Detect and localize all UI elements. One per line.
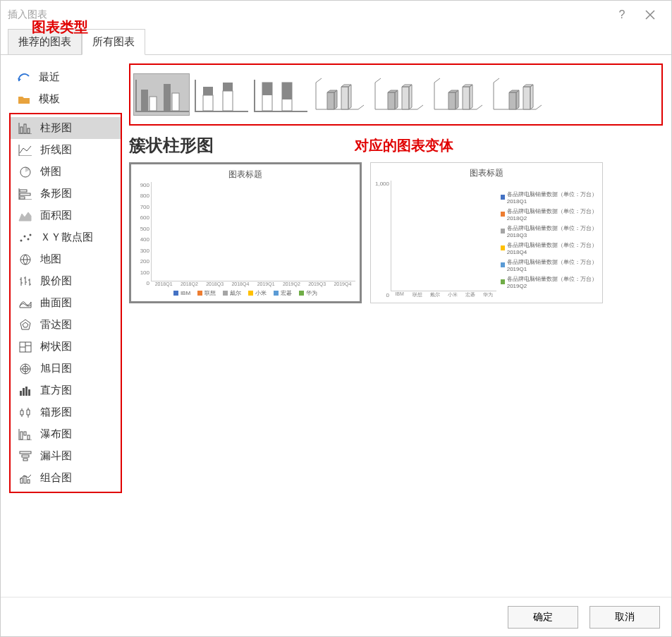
tab-row: 推荐的图表 所有图表 [1,29,671,55]
funnel-chart-icon [18,450,33,463]
sidebar-item-label: 模板 [39,92,60,106]
pie-chart-icon [18,166,33,178]
sidebar-item-label: 直方图 [40,384,72,397]
sidebar-item-label: 箱形图 [40,406,72,419]
waterfall-chart-icon [18,428,33,441]
close-button[interactable] [636,1,664,29]
sidebar-item-line[interactable]: 折线图 [11,139,121,161]
variant-3d-100-stacked-column[interactable] [429,73,486,116]
svg-rect-1 [24,124,26,133]
sidebar-item-stock[interactable]: 股价图 [11,270,121,292]
treemap-chart-icon [18,341,33,353]
svg-rect-16 [23,388,25,396]
chart-subtype-title: 簇状柱形图 [129,134,214,157]
svg-rect-39 [223,83,233,91]
sidebar-item-radar[interactable]: 雷达图 [11,314,121,336]
svg-rect-4 [20,190,27,192]
bars-grid [151,182,355,281]
recent-icon [16,71,32,84]
variant-stacked-column[interactable] [193,73,249,116]
bar-chart-icon [18,188,33,200]
cancel-button[interactable]: 取消 [589,606,660,629]
sidebar-top: 最近 模板 [9,63,122,113]
svg-rect-37 [203,87,213,95]
sidebar-item-label: 最近 [39,71,60,84]
sidebar-item-label: 地图 [40,253,61,266]
sidebar-item-column[interactable]: 柱形图 [11,117,121,139]
titlebar: 插入图表 图表类型 ? [1,1,671,29]
svg-point-10 [30,233,32,236]
sidebar-item-recent[interactable]: 最近 [9,66,122,88]
ok-button[interactable]: 确定 [508,606,578,629]
sidebar-item-bar[interactable]: 条形图 [11,183,121,205]
svg-rect-24 [23,459,28,461]
svg-rect-20 [24,432,26,435]
svg-rect-27 [28,480,30,483]
histogram-chart-icon [18,384,33,397]
sidebar-item-label: 股价图 [40,274,72,288]
sidebar-item-waterfall[interactable]: 瀑布图 [11,423,121,445]
svg-rect-29 [135,80,137,112]
sidebar-item-label: 漏斗图 [40,449,72,463]
chart-preview-1[interactable]: 图表标题 0100200300400500600700800900 2018Q1… [129,162,362,303]
sidebar-item-funnel[interactable]: 漏斗图 [11,445,121,467]
legend: IBM联想戴尔小米宏碁华为 [135,289,355,297]
combo-chart-icon [18,472,33,485]
tab-all-charts[interactable]: 所有图表 [82,29,145,55]
help-button[interactable]: ? [608,1,636,29]
svg-point-9 [28,238,30,240]
y-axis: 0100200300400500600700800900 [135,182,151,286]
map-chart-icon [18,253,33,266]
sidebar-item-pie[interactable]: 饼图 [11,161,121,183]
svg-rect-6 [20,197,25,199]
sidebar-item-treemap[interactable]: 树状图 [11,336,121,358]
sidebar-item-combo[interactable]: 组合图 [11,467,121,489]
chart-title: 图表标题 [375,167,598,179]
svg-rect-2 [28,128,30,133]
variant-3d-column[interactable] [489,73,545,116]
sidebar-item-map[interactable]: 地图 [11,248,121,270]
sidebar-item-surface[interactable]: 曲面图 [11,292,121,314]
sidebar-item-boxwhisker[interactable]: 箱形图 [11,401,121,423]
sidebar-item-area[interactable]: 面积图 [11,205,121,226]
svg-point-7 [20,239,23,241]
variant-3d-clustered-column[interactable] [311,73,367,116]
variant-row [129,63,663,126]
sidebar-item-label: 组合图 [40,471,72,485]
variant-3d-stacked-column[interactable] [370,73,427,116]
sidebar-item-label: 雷达图 [40,318,72,332]
sidebar-item-sunburst[interactable]: 旭日图 [11,358,121,380]
svg-rect-30 [141,90,148,111]
scatter-chart-icon [18,231,33,244]
sidebar-item-label: 曲面图 [40,296,72,310]
svg-rect-18 [28,389,30,396]
svg-rect-36 [203,95,213,111]
sidebar-item-templates[interactable]: 模板 [9,88,122,110]
surface-chart-icon [18,297,33,310]
svg-rect-45 [282,83,292,99]
sidebar-item-scatter[interactable]: ＸＹ散点图 [11,226,121,248]
svg-rect-31 [149,97,157,111]
close-icon [645,10,655,20]
chart-preview-2[interactable]: 图表标题 01,000 IBM联想戴尔小米宏碁华为 各品牌电脑销量数据（单位：万… [370,162,603,303]
variant-100-stacked-column[interactable] [252,73,308,116]
y-axis: 01,000 [375,181,391,298]
content-area: 簇状柱形图 对应的图表变体 图表标题 010020030040050060070… [129,63,663,597]
variant-clustered-column[interactable] [133,73,190,116]
insert-chart-dialog: 插入图表 图表类型 ? 推荐的图表 所有图表 最近 模板 柱形图折线图饼图条形图… [0,0,672,637]
svg-rect-41 [254,80,255,112]
dialog-footer: 确定 取消 [1,597,671,636]
sidebar-item-histogram[interactable]: 直方图 [11,380,121,401]
svg-rect-40 [254,111,307,112]
tab-recommended[interactable]: 推荐的图表 [8,29,82,55]
svg-rect-34 [195,111,248,112]
svg-rect-5 [20,193,30,195]
svg-rect-19 [20,432,23,439]
stock-chart-icon [18,275,33,288]
svg-rect-32 [164,84,171,111]
svg-rect-23 [22,455,29,457]
svg-point-8 [24,235,26,237]
svg-rect-21 [28,435,30,439]
annotation-variants: 对应的图表变体 [355,136,453,155]
svg-rect-15 [20,391,22,396]
